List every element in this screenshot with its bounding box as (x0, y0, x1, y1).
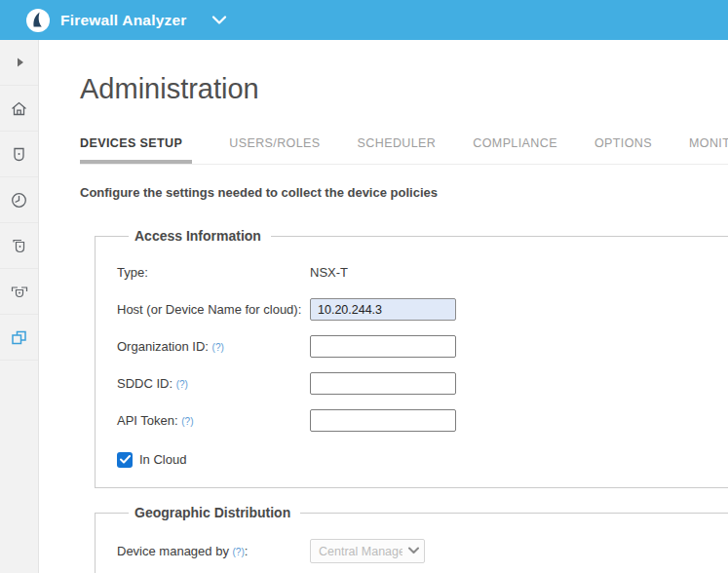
top-bar: Firewall Analyzer (0, 0, 728, 40)
app-title: Firewall Analyzer (60, 12, 186, 29)
app-menu-chevron-down-icon[interactable] (211, 16, 227, 25)
app-logo-icon (25, 8, 51, 33)
geographic-distribution-fieldset: Geographic Distribution Device managed b… (95, 505, 728, 573)
sidebar-item-history[interactable] (0, 177, 38, 223)
sidebar-item-device-groups[interactable] (0, 269, 38, 315)
sddc-id-help-link[interactable]: (?) (176, 379, 188, 390)
sidebar-expand-button[interactable] (0, 40, 38, 86)
tab-options[interactable]: OPTIONS (594, 135, 652, 164)
left-sidebar (0, 40, 39, 573)
access-information-fieldset: Access Information Type: NSX-T Host (or … (95, 228, 728, 488)
page-title: Administration (80, 72, 728, 105)
sidebar-item-administration[interactable] (0, 315, 38, 361)
clock-icon (10, 191, 28, 210)
tab-devices-setup[interactable]: DEVICES SETUP (80, 135, 192, 164)
device-managed-by-label: Device managed by (117, 544, 229, 558)
organization-id-label: Organization ID: (117, 339, 209, 354)
in-cloud-label: In Cloud (139, 452, 186, 467)
in-cloud-checkbox[interactable] (117, 452, 133, 468)
administration-layers-icon (10, 328, 28, 347)
api-token-label: API Token: (117, 413, 178, 428)
tab-scheduler[interactable]: SCHEDULER (358, 135, 437, 164)
expand-arrow-icon (11, 54, 28, 71)
device-group-icon (10, 283, 29, 301)
device-managed-by-row: Device managed by (?): Central Manager (117, 540, 728, 562)
device-managed-by-help-link[interactable]: (?) (233, 547, 245, 557)
host-input[interactable] (310, 298, 456, 321)
geographic-distribution-legend: Geographic Distribution (129, 505, 300, 520)
device-managed-by-label-suffix: : (245, 544, 249, 558)
host-row: Host (or Device Name for cloud): (117, 298, 728, 321)
policy-badge-icon (10, 145, 28, 164)
checkmark-icon (120, 455, 131, 464)
layered-badge-icon (10, 237, 28, 255)
tab-users-roles[interactable]: USERS/ROLES (229, 135, 320, 164)
organization-id-row: Organization ID: (?) (117, 335, 728, 358)
sddc-id-row: SDDC ID: (?) (117, 372, 728, 395)
sddc-id-label: SDDC ID: (117, 376, 172, 391)
type-label: Type: (117, 265, 310, 280)
api-token-row: API Token: (?) (117, 409, 728, 432)
page-description: Configure the settings needed to collect… (80, 185, 728, 201)
host-label: Host (or Device Name for cloud): (117, 302, 310, 317)
main-content: Administration DEVICES SETUP USERS/ROLES… (39, 40, 728, 573)
tab-compliance[interactable]: COMPLIANCE (473, 135, 557, 164)
device-managed-by-select-wrap: Central Manager (310, 539, 425, 563)
sidebar-item-devices[interactable] (0, 223, 38, 269)
in-cloud-row: In Cloud (117, 451, 728, 468)
access-information-legend: Access Information (129, 228, 271, 244)
sidebar-item-home[interactable] (0, 86, 38, 132)
sddc-id-input[interactable] (310, 372, 456, 395)
organization-id-input[interactable] (310, 335, 456, 358)
api-token-input[interactable] (310, 409, 456, 432)
api-token-help-link[interactable]: (?) (181, 416, 193, 427)
type-row: Type: NSX-T (117, 261, 728, 284)
organization-id-help-link[interactable]: (?) (212, 342, 224, 353)
admin-tabs: DEVICES SETUP USERS/ROLES SCHEDULER COMP… (80, 135, 728, 165)
type-value: NSX-T (310, 265, 348, 280)
home-icon (10, 99, 28, 118)
device-managed-by-select[interactable]: Central Manager (310, 539, 425, 563)
sidebar-item-policy[interactable] (0, 132, 38, 177)
tab-monitoring[interactable]: MONITORING (689, 135, 728, 164)
